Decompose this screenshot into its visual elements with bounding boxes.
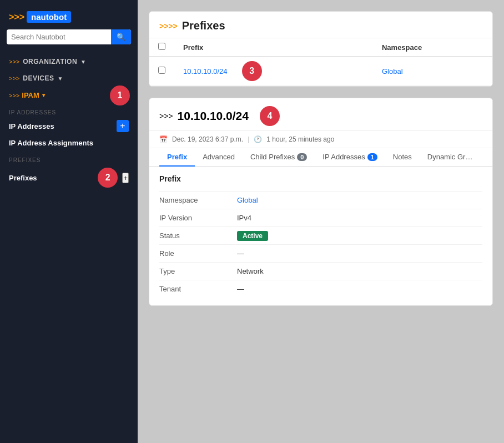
status-badge: Active: [237, 231, 268, 241]
ipam-caret-icon: ▼: [41, 92, 47, 98]
detail-time-ago: 1 hour, 25 minutes ago: [266, 135, 334, 143]
field-row-role: Role —: [159, 244, 482, 262]
sidebar-item-label-org: ORGANIZATION: [23, 58, 77, 66]
prefixes-card: >>>> Prefixes Prefix Namespace: [149, 11, 493, 87]
devices-caret-icon: ▼: [57, 75, 63, 82]
prefix-col-header: Prefix: [174, 38, 373, 57]
row-checkbox[interactable]: [158, 67, 165, 74]
tab-ip-addresses[interactable]: IP Addresses 1: [315, 148, 385, 167]
search-button[interactable]: 🔍: [111, 29, 131, 44]
org-caret-icon: ▼: [80, 59, 86, 65]
tab-child-prefixes[interactable]: Child Prefixes 0: [243, 148, 315, 167]
sidebar-item-devices[interactable]: >>> DEVICES ▼: [0, 70, 138, 87]
prefix-cell-inner: 10.10.10.0/24 3: [183, 61, 364, 81]
clock-icon: 🕐: [254, 135, 262, 143]
detail-card-header: >>> 10.10.10.0/24 4: [149, 98, 492, 131]
tab-advanced-label: Advanced: [203, 153, 235, 161]
field-value-tenant: —: [237, 285, 244, 293]
tab-advanced[interactable]: Advanced: [195, 148, 243, 167]
prefix-table: Prefix Namespace 10.10.10.0/24 3: [149, 38, 492, 86]
sidebar: >>> nautobot 🔍 >>> ORGANIZATION ▼ >>> DE…: [0, 0, 138, 443]
prefixes-card-arrows-icon: >>>>: [159, 22, 178, 31]
field-label-tenant: Tenant: [159, 285, 237, 293]
ip-addresses-section: IP ADDRESSES IP Addresses + IP Address A…: [0, 104, 138, 152]
field-label-namespace: Namespace: [159, 196, 237, 204]
ip-addresses-label: IP Addresses: [9, 122, 54, 130]
sidebar-item-label-devices: DEVICES: [23, 74, 54, 82]
circle-1: 1: [110, 85, 130, 105]
search-input[interactable]: [7, 29, 111, 44]
detail-section-title: Prefix: [159, 174, 482, 187]
logo-arrows-icon: >>>: [9, 12, 24, 22]
sidebar-item-ipam[interactable]: >>> IPAM ▼ 1: [0, 87, 138, 104]
tab-ip-addresses-label: IP Addresses: [322, 153, 365, 161]
field-label-role: Role: [159, 249, 237, 258]
annotation-4-badge: 4: [260, 106, 280, 126]
sidebar-item-ip-assignments[interactable]: IP Address Assignments: [0, 135, 138, 150]
table-header-row: Prefix Namespace: [149, 38, 492, 57]
sidebar-logo: >>> nautobot: [0, 7, 138, 29]
sidebar-item-ip-addresses[interactable]: IP Addresses +: [0, 117, 138, 135]
detail-card: >>> 10.10.10.0/24 4 📅 Dec. 19, 2023 6:37…: [149, 98, 493, 306]
field-row-ip-version: IP Version IPv4: [159, 209, 482, 226]
select-all-checkbox[interactable]: [158, 43, 165, 50]
prefixes-section-label: PREFIXES: [0, 155, 138, 164]
namespace-col-header: Namespace: [373, 38, 492, 57]
search-bar[interactable]: 🔍: [7, 29, 131, 44]
tab-dynamic-gr-label: Dynamic Gr…: [427, 153, 473, 161]
prefixes-add-button[interactable]: +: [122, 173, 129, 183]
field-value-namespace: Global: [237, 196, 258, 204]
field-value-ip-version: IPv4: [237, 214, 251, 222]
table-row: 10.10.10.0/24 3 Global: [149, 57, 492, 86]
logo-text: nautobot: [27, 11, 71, 23]
detail-header-inner: >>> 10.10.10.0/24 4: [159, 106, 482, 126]
ip-addresses-add-button[interactable]: +: [117, 120, 129, 132]
tab-notes-label: Notes: [393, 153, 412, 161]
tab-child-prefixes-badge: 0: [297, 153, 307, 161]
sidebar-item-prefixes[interactable]: Prefixes 2 +: [0, 164, 138, 191]
field-row-tenant: Tenant —: [159, 280, 482, 298]
prefix-link[interactable]: 10.10.10.0/24: [183, 67, 228, 75]
tab-prefix[interactable]: Prefix: [159, 148, 195, 167]
namespace-link[interactable]: Global: [382, 67, 403, 75]
select-all-header[interactable]: [149, 38, 174, 57]
detail-section: Prefix Namespace Global IP Version IPv4 …: [149, 167, 492, 305]
main-content: >>>> Prefixes Prefix Namespace: [138, 0, 504, 443]
field-row-status: Status Active: [159, 226, 482, 244]
namespace-value-link[interactable]: Global: [237, 196, 258, 204]
annotation-3-badge: 3: [242, 61, 262, 81]
ip-section-label: IP ADDRESSES: [0, 107, 138, 117]
field-row-type: Type Network: [159, 262, 482, 280]
prefixes-label: Prefixes: [9, 174, 37, 182]
detail-arrows-icon: >>>: [159, 112, 173, 120]
field-value-type: Network: [237, 267, 264, 275]
tab-ip-addresses-badge: 1: [367, 153, 377, 161]
tabs-bar: Prefix Advanced Child Prefixes 0 IP Addr…: [149, 148, 492, 167]
field-row-namespace: Namespace Global: [159, 191, 482, 209]
tab-dynamic-gr[interactable]: Dynamic Gr…: [420, 148, 481, 167]
prefixes-card-title: Prefixes: [182, 19, 225, 32]
prefixes-card-header: >>>> Prefixes: [149, 12, 492, 38]
prefix-cell: 10.10.10.0/24 3: [174, 57, 373, 86]
annotation-2-badge: 2: [98, 168, 118, 188]
ipam-arrows-icon: >>>: [9, 92, 19, 99]
meta-separator: |: [248, 135, 249, 143]
sidebar-item-organization[interactable]: >>> ORGANIZATION ▼: [0, 53, 138, 70]
prefixes-right: 2 +: [98, 168, 129, 188]
org-arrows-icon: >>>: [9, 58, 19, 65]
cal-icon: 📅: [159, 135, 168, 143]
field-label-ip-version: IP Version: [159, 214, 237, 222]
field-value-role: —: [237, 249, 244, 258]
devices-arrows-icon: >>>: [9, 75, 19, 82]
row-checkbox-cell[interactable]: [149, 57, 174, 86]
detail-meta: 📅 Dec. 19, 2023 6:37 p.m. | 🕐 1 hour, 25…: [149, 131, 492, 148]
field-label-type: Type: [159, 267, 237, 275]
prefixes-section: PREFIXES Prefixes 2 +: [0, 152, 138, 192]
namespace-cell: Global: [373, 57, 492, 86]
sidebar-item-label-ipam: IPAM: [22, 91, 39, 99]
detail-card-title: 10.10.10.0/24: [178, 109, 249, 123]
field-value-status: Active: [237, 231, 268, 240]
tab-notes[interactable]: Notes: [385, 148, 420, 167]
ip-assignments-label: IP Address Assignments: [9, 139, 93, 147]
detail-date: Dec. 19, 2023 6:37 p.m.: [172, 135, 243, 143]
